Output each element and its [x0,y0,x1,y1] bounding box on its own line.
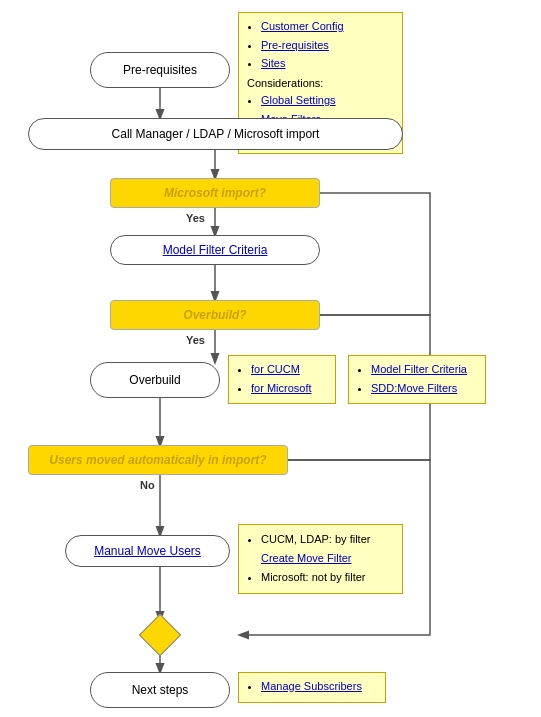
model-filter-label[interactable]: Model Filter Criteria [163,243,268,257]
customer-config-link[interactable]: Customer Config [261,20,344,32]
overbuild-question: Overbuild? [110,300,320,330]
ms-import-yes-label: Yes [186,212,205,224]
overbuild-box-label: Overbuild [129,373,180,387]
manual-move-label[interactable]: Manual Move Users [94,544,201,558]
diagram: Pre-requisites Customer Config Pre-requi… [0,0,541,717]
for-microsoft-link[interactable]: for Microsoft [251,382,312,394]
overbuild-note: for CUCM for Microsoft [228,355,336,404]
prereqs-box: Pre-requisites [90,52,230,88]
ms-import-question: Microsoft import? [110,178,320,208]
auto-move-no-label: No [140,479,155,491]
for-cucm-link[interactable]: for CUCM [251,363,300,375]
manual-move-box[interactable]: Manual Move Users [65,535,230,567]
ms-import-label: Microsoft import? [164,186,266,200]
sites-link[interactable]: Sites [261,57,285,69]
next-steps-label: Next steps [132,683,189,697]
cucm-ldap-text: CUCM, LDAP: by filter [261,533,370,545]
overbuild-right-note: Model Filter Criteria SDD:Move Filters [348,355,486,404]
next-steps-diamond [139,614,181,656]
auto-move-label: Users moved automatically in import? [49,453,266,467]
overbuild-yes-label: Yes [186,334,205,346]
manual-move-note: CUCM, LDAP: by filter Create Move Filter… [238,524,403,594]
model-filter-criteria-link2[interactable]: Model Filter Criteria [371,363,467,375]
next-steps-diamond-wrapper [145,620,175,650]
considerations-label: Considerations: [247,75,394,93]
sdd-move-filters-link[interactable]: SDD:Move Filters [371,382,457,394]
global-settings-link[interactable]: Global Settings [261,94,336,106]
manage-subscribers-link[interactable]: Manage Subscribers [261,680,362,692]
customer-services-link[interactable]: Pre-requisites [261,39,329,51]
prereqs-label: Pre-requisites [123,63,197,77]
next-steps-box: Next steps [90,672,230,708]
microsoft-no-filter-text: Microsoft: not by filter [261,571,366,583]
next-steps-note: Manage Subscribers [238,672,386,703]
overbuild-label: Overbuild? [183,308,246,322]
overbuild-box: Overbuild [90,362,220,398]
auto-move-question: Users moved automatically in import? [28,445,288,475]
model-filter-box[interactable]: Model Filter Criteria [110,235,320,265]
create-move-filter-link[interactable]: Create Move Filter [261,552,351,564]
call-manager-label: Call Manager / LDAP / Microsoft import [112,127,320,141]
call-manager-box: Call Manager / LDAP / Microsoft import [28,118,403,150]
